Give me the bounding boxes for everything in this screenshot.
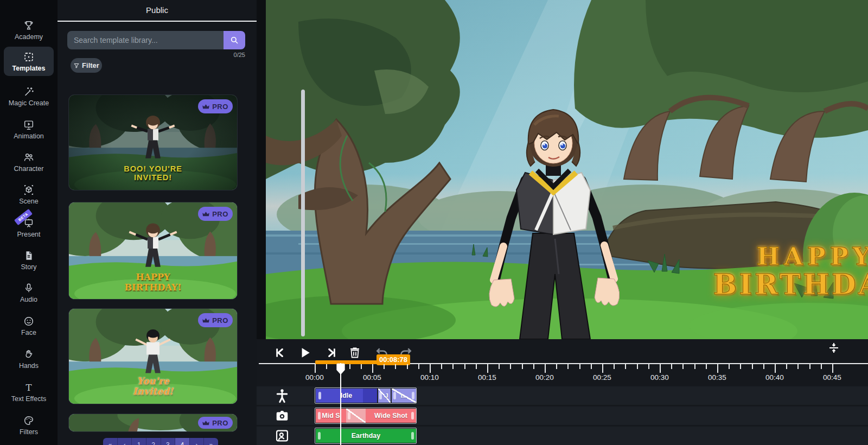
crown-icon — [202, 104, 209, 110]
clip-label: Mid S — [322, 412, 340, 419]
character-clip-group: Idle J I... — [315, 387, 417, 404]
tick-label: 00:10 — [411, 373, 449, 382]
sidebar-label: Magic Create — [0, 99, 58, 107]
search-button[interactable] — [224, 31, 245, 49]
search-input[interactable] — [67, 31, 224, 49]
story-icon — [23, 250, 35, 262]
clip-handle[interactable] — [318, 412, 321, 419]
template-card-youre-invited[interactable]: You'reInvited! PRO — [68, 308, 238, 404]
pagination-page-4[interactable]: 4 — [175, 438, 190, 445]
trophy-icon — [23, 20, 35, 31]
tick-label: 00:30 — [641, 373, 679, 382]
clip-handle[interactable] — [412, 392, 414, 399]
sidebar-item-face[interactable]: Face — [0, 315, 58, 336]
panel-scrollbar[interactable] — [301, 90, 305, 336]
sidebar-label: Present — [0, 231, 58, 238]
templates-icon — [23, 51, 35, 63]
tick-label: 00:00 — [296, 373, 334, 382]
tick-label: 00:05 — [353, 373, 391, 382]
filter-button-label: Filter — [82, 61, 99, 69]
sidebar-item-filters[interactable]: Filters — [0, 415, 58, 436]
current-time-badge: 00:08:78 — [376, 354, 410, 365]
template-card-boo-invite[interactable]: BOO! YOU'REINVITED! PRO — [68, 94, 238, 190]
animation-clip[interactable]: Idle — [316, 389, 377, 403]
sidebar-label: Templates — [0, 65, 58, 72]
sidebar-item-character[interactable]: Character — [0, 151, 58, 173]
clip-handle[interactable] — [411, 432, 414, 440]
sidebar-item-audio[interactable]: Audio — [0, 282, 58, 303]
filter-funnel-icon — [73, 62, 80, 69]
sidebar-label: Hands — [0, 362, 58, 370]
animation-clip[interactable]: J — [378, 389, 391, 403]
pagination: « ‹ 1 2 3 4 › » — [103, 438, 218, 445]
sidebar-item-animation[interactable]: Animation — [0, 119, 58, 140]
pagination-prev[interactable]: ‹ — [118, 438, 132, 445]
template-caption: BOO! YOU'REINVITED! — [69, 164, 237, 182]
search-bar — [67, 31, 245, 49]
tick-label: 00:40 — [756, 373, 794, 382]
scene-clip-group: Earthday — [315, 428, 417, 444]
pagination-page-3[interactable]: 3 — [161, 438, 176, 445]
scene-cube-icon — [23, 184, 35, 196]
sidebar-item-scene[interactable]: Scene — [0, 184, 58, 205]
pagination-first[interactable]: « — [103, 438, 118, 445]
camera-transition[interactable] — [346, 409, 366, 423]
template-card-partial[interactable]: PRO — [68, 414, 238, 432]
clip-handle[interactable] — [348, 412, 350, 419]
tick-label: 00:15 — [468, 373, 506, 382]
camera-clip[interactable]: Wide Shot — [366, 409, 416, 423]
crown-icon — [202, 420, 209, 426]
clip-tail — [363, 389, 377, 403]
pagination-page-1[interactable]: 1 — [132, 438, 146, 445]
search-char-count: 0/25 — [234, 52, 245, 58]
animation-clip[interactable]: I... — [392, 389, 416, 403]
sidebar-item-hands[interactable]: Hands — [0, 348, 58, 370]
play-button[interactable] — [296, 345, 314, 361]
panel-title: Public — [58, 5, 257, 15]
sidebar-item-templates[interactable]: Templates — [0, 51, 58, 72]
template-card-happy-birthday[interactable]: HAPPYBIRTHDAY! PRO — [68, 202, 238, 300]
clip-handle[interactable] — [411, 412, 414, 419]
scene-clip[interactable]: Earthday — [316, 429, 416, 443]
skip-to-start-button[interactable] — [270, 345, 289, 361]
svg-text:T: T — [25, 383, 31, 393]
tick-label: 00:45 — [813, 373, 851, 382]
sidebar-label: Academy — [0, 33, 58, 41]
template-caption: HAPPYBIRTHDAY! — [69, 272, 237, 293]
pro-badge: PRO — [198, 207, 233, 221]
sidebar-item-academy[interactable]: Academy — [0, 20, 58, 41]
playhead-handle[interactable] — [335, 363, 346, 379]
clip-handle[interactable] — [318, 432, 321, 440]
filter-button[interactable]: Filter — [71, 58, 102, 73]
camera-clip[interactable]: Mid S — [316, 409, 346, 423]
sidebar-label: Scene — [0, 198, 58, 205]
scene-title-line1: HAPPY — [707, 244, 868, 269]
sidebar-item-present[interactable]: BETA Present — [0, 217, 58, 238]
scene-track-icon — [275, 428, 290, 443]
clip-label: J — [385, 392, 388, 399]
sidebar-item-story[interactable]: Story — [0, 250, 58, 271]
fit-timeline-button[interactable] — [825, 340, 843, 357]
crown-icon — [202, 317, 209, 323]
clip-handle[interactable] — [393, 392, 396, 399]
clip-handle[interactable] — [379, 392, 382, 399]
template-caption: You'reInvited! — [69, 376, 237, 397]
delete-button[interactable] — [346, 345, 364, 361]
sidebar-label: Story — [0, 263, 58, 271]
character-icon — [23, 151, 35, 163]
skip-to-end-button[interactable] — [322, 345, 341, 361]
clip-handle[interactable] — [318, 392, 321, 399]
pagination-next[interactable]: › — [190, 438, 205, 445]
camera-clip-group: Mid S Wide Shot — [315, 408, 417, 424]
pagination-last[interactable]: » — [204, 438, 218, 445]
sidebar-label: Filters — [0, 428, 58, 436]
3d-viewport[interactable]: HAPPY BIRTHDAY! EXPERT ANIMATOR — [257, 0, 868, 339]
sidebar-label: Face — [0, 329, 58, 336]
camera-track-icon — [275, 408, 290, 423]
sidebar-item-magic-create[interactable]: Magic Create — [0, 86, 58, 107]
clip-label: Idle — [341, 392, 353, 399]
sidebar-label: Animation — [0, 132, 58, 140]
tick-label: 00:20 — [526, 373, 564, 382]
pagination-page-2[interactable]: 2 — [146, 438, 161, 445]
sidebar-item-text-effects[interactable]: T Text Effects — [0, 382, 58, 403]
